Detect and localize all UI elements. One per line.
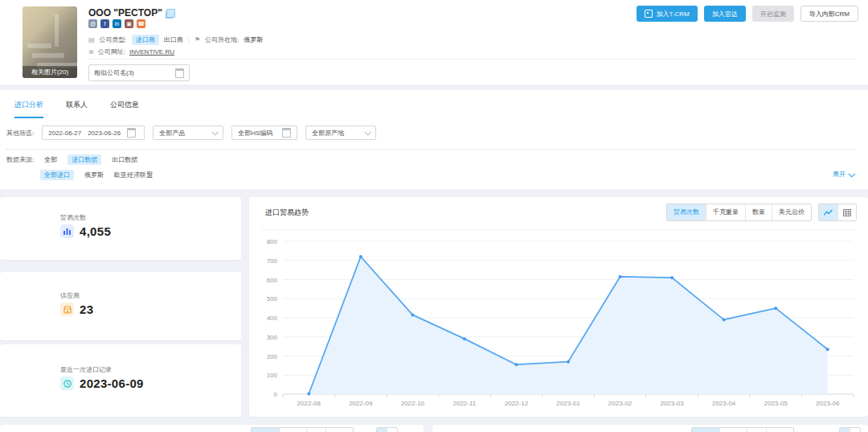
chart-header-divider: [261, 229, 856, 230]
similar-companies-select[interactable]: 相似公司名(3): [88, 64, 190, 81]
x-axis-label: 2022-09: [349, 400, 373, 407]
bottom-left-card: [0, 425, 424, 432]
partial-view-toggle: [839, 427, 861, 432]
stat-card-trade-count: 贸易次数 4,055: [0, 197, 241, 260]
x-axis-label: 2022-12: [505, 400, 529, 407]
related-images-label[interactable]: 相关图片(20): [23, 66, 77, 78]
import-crm-button[interactable]: 导入内部CRM: [800, 6, 858, 22]
table-view-icon[interactable]: [837, 204, 856, 220]
data-point[interactable]: [670, 276, 674, 279]
tab-bar: 进口分析 联系人 公司信息: [14, 100, 139, 118]
x-axis-label: 2022-10: [401, 400, 425, 407]
tab-import-analysis[interactable]: 进口分析: [14, 100, 43, 118]
metric-toggle: 贸易次数千克重量数量美元总价: [666, 204, 812, 221]
website-label: 公司网址:: [98, 47, 125, 56]
last-import-date-value: 2023-06-09: [80, 376, 144, 390]
partial-view-toggle: [376, 427, 398, 432]
company-type-label: 公司类型:: [100, 35, 127, 44]
filter-label: 其他筛选:: [6, 129, 34, 138]
importer-tag[interactable]: 进口商: [132, 35, 159, 45]
y-axis-label: 400: [267, 315, 278, 322]
x-axis-label: 2023-01: [556, 400, 580, 407]
partial-metric-toggle: [251, 427, 354, 432]
import-trend-line-chart[interactable]: 01002003004005006007008002022-082022-092…: [261, 233, 864, 414]
stat-card-last-import: 最近一次进口记录 2023-06-09: [0, 344, 241, 417]
bar-chart-icon: [60, 224, 74, 238]
instagram-icon[interactable]: ▣: [125, 19, 133, 28]
data-source-sub-option-0[interactable]: 全部进口: [40, 170, 74, 180]
stat-title: 贸易次数: [60, 213, 86, 222]
globe-icon: ⊕: [88, 48, 94, 56]
data-point[interactable]: [411, 313, 414, 316]
metric-option-0[interactable]: 贸易次数: [667, 204, 706, 220]
linkedin-icon[interactable]: in: [113, 19, 121, 28]
y-axis-label: 700: [267, 257, 278, 265]
table-view-icon[interactable]: [387, 428, 397, 432]
data-source-row: 数据来源: 全部进口数据出口数据: [6, 154, 137, 165]
location-icon: ⚑: [194, 36, 200, 43]
calendar-icon: [127, 128, 136, 138]
origin-select[interactable]: 全部原产地: [305, 125, 376, 140]
data-point[interactable]: [463, 337, 466, 340]
add-radar-button[interactable]: 加入雷达: [704, 6, 746, 22]
shop-icon: [60, 302, 74, 316]
exporter-tag[interactable]: 出口商: [164, 35, 183, 44]
data-source-sub-option-1[interactable]: 俄罗斯: [84, 171, 104, 179]
expand-toggle[interactable]: 展开: [833, 170, 854, 179]
line-chart-icon[interactable]: [840, 428, 850, 432]
y-axis-label: 200: [267, 353, 278, 360]
bottom-right-card: [432, 425, 868, 432]
facebook-icon[interactable]: f: [100, 19, 109, 28]
page: 相关图片(20) OOO "PECTOP" @fin▣☎ ▤ 公司类型: 进口商…: [0, 0, 868, 432]
clock-icon: [60, 376, 74, 390]
hs-code-select[interactable]: 全部HS编码: [231, 125, 297, 140]
line-chart-icon[interactable]: [377, 428, 387, 432]
y-axis-label: 600: [267, 277, 278, 284]
data-point[interactable]: [723, 318, 726, 321]
data-point[interactable]: [307, 393, 310, 396]
import-trend-card: 进口贸易趋势 贸易次数千克重量数量美元总价 010020030040050060…: [249, 197, 868, 417]
data-point[interactable]: [359, 255, 362, 258]
company-photo[interactable]: 相关图片(20): [23, 6, 77, 78]
website-icon[interactable]: @: [88, 19, 97, 28]
website-link[interactable]: INVENTIVE.RU: [129, 48, 174, 56]
data-source-sub-option-2[interactable]: 欧亚经济联盟: [114, 171, 153, 179]
data-point[interactable]: [826, 348, 829, 351]
y-axis-label: 100: [267, 372, 278, 379]
metric-option-1[interactable]: 千克重量: [706, 204, 745, 220]
metric-option-2[interactable]: 数量: [745, 204, 772, 220]
x-axis-label: 2023-02: [608, 400, 633, 407]
data-point[interactable]: [774, 307, 777, 310]
data-source-sub-row: 全部进口俄罗斯欧亚经济联盟: [40, 170, 153, 180]
tab-company-info[interactable]: 公司信息: [110, 100, 139, 118]
chevron-down-icon: [212, 129, 219, 135]
date-range-picker[interactable]: 2022-06-27 2023-06-26: [42, 125, 145, 140]
x-axis-label: 2022-08: [297, 400, 321, 407]
phone-icon[interactable]: ☎: [137, 19, 145, 28]
view-toggle: [818, 204, 857, 221]
catalog-icon: [282, 128, 291, 138]
product-select[interactable]: 全部产品: [153, 125, 223, 140]
series-area: [309, 257, 827, 394]
x-axis-label: 2023-06: [816, 400, 840, 407]
table-view-icon[interactable]: [850, 428, 860, 432]
add-tcrm-button[interactable]: 加入T-CRM: [637, 6, 697, 22]
data-source-option-2[interactable]: 出口数据: [112, 155, 137, 164]
data-source-option-0[interactable]: 全部: [44, 155, 57, 164]
line-chart-icon[interactable]: [819, 204, 837, 220]
data-point[interactable]: [514, 363, 518, 366]
analysis-section: 进口分析 联系人 公司信息 其他筛选: 2022-06-27 2023-06-2…: [0, 90, 868, 189]
data-point[interactable]: [567, 360, 570, 364]
tab-contacts[interactable]: 联系人: [66, 100, 88, 118]
enable-monitor-button[interactable]: 开启监测: [752, 6, 794, 22]
data-point[interactable]: [619, 275, 622, 278]
t-crm-icon: [645, 10, 653, 18]
chart-toolbar: 贸易次数千克重量数量美元总价: [666, 204, 857, 221]
copy-icon[interactable]: [166, 9, 175, 18]
filter-divider: [6, 149, 855, 150]
metric-option-3[interactable]: 美元总价: [772, 204, 811, 220]
social-icons: @fin▣☎: [88, 19, 145, 28]
data-source-option-1[interactable]: 进口数据: [68, 154, 101, 165]
y-axis-label: 0: [274, 391, 278, 398]
catalog-icon: [175, 68, 184, 78]
